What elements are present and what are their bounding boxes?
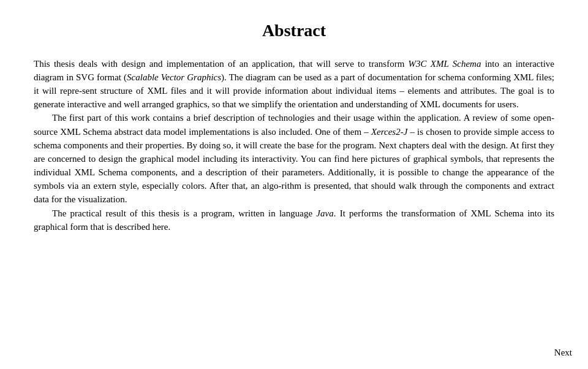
page-title: Abstract (34, 18, 554, 44)
abstract-body: This thesis deals with design and implem… (34, 57, 554, 234)
page-container: Abstract This thesis deals with design a… (0, 0, 588, 369)
next-button[interactable]: Next (549, 345, 577, 360)
paragraph-2: The first part of this work contains a b… (34, 111, 554, 206)
paragraph-3: The practical result of this thesis is a… (34, 207, 554, 234)
paragraph-1: This thesis deals with design and implem… (34, 57, 554, 112)
